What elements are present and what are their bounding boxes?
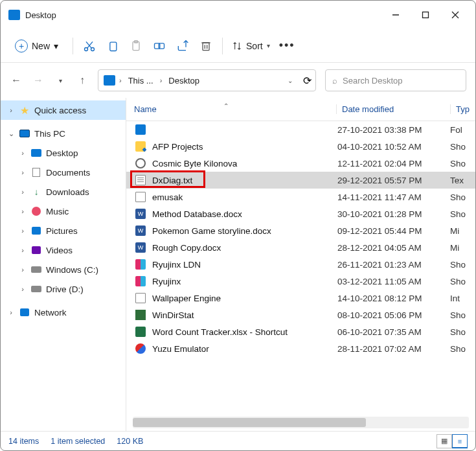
file-date: 06-10-2021 07:35 AM	[336, 327, 450, 337]
sort-asc-icon: ⌃	[223, 102, 229, 110]
file-row[interactable]: WRough Copy.docx28-12-2021 04:05 AMMi	[126, 239, 475, 256]
sidebar-drive-d[interactable]: › Drive (D:)	[1, 279, 126, 299]
close-button[interactable]	[440, 5, 470, 25]
sidebar-music[interactable]: › Music	[1, 202, 126, 221]
chevron-right-icon: ›	[19, 266, 27, 273]
desktop-icon	[30, 148, 42, 158]
recent-button[interactable]: ▾	[54, 74, 67, 87]
file-name: AFP Projects	[152, 142, 336, 152]
sidebar-item-label: Videos	[46, 246, 73, 255]
new-button[interactable]: + New ▾	[10, 37, 63, 55]
more-button[interactable]: •••	[279, 39, 295, 52]
chevron-right-icon: ›	[160, 76, 163, 84]
sidebar-item-label: This PC	[34, 129, 65, 139]
file-row[interactable]: WinDirStat08-10-2021 05:06 PMSho	[126, 306, 475, 323]
file-name: Ryujinx LDN	[152, 260, 336, 270]
svg-line-6	[87, 41, 93, 48]
file-row[interactable]: Ryujinx03-12-2021 11:05 AMSho	[126, 273, 475, 290]
file-row[interactable]: WPokemon Game storyline.docx09-12-2021 0…	[126, 222, 475, 239]
svg-line-7	[86, 41, 91, 48]
copy-button[interactable]	[106, 39, 120, 53]
back-button[interactable]: ←	[10, 74, 23, 87]
file-row[interactable]: Wallpaper Engine14-10-2021 08:12 PMInt	[126, 290, 475, 306]
file-type: Sho	[450, 344, 473, 354]
file-name: Yuzu Emulator	[152, 344, 336, 354]
column-type[interactable]: Typ	[450, 104, 473, 114]
file-row[interactable]: emusak14-11-2021 11:47 AMSho	[126, 189, 475, 205]
view-large-button[interactable]: ▦	[436, 434, 452, 448]
address-bar[interactable]: › This ... › Desktop ⌄ ⟳	[98, 69, 316, 91]
sidebar-desktop[interactable]: › Desktop	[1, 143, 126, 163]
pictures-icon	[30, 226, 42, 236]
file-name: Ryujinx	[152, 277, 336, 286]
share-button[interactable]	[176, 39, 190, 53]
column-date[interactable]: Date modified	[336, 104, 450, 114]
file-type: Sho	[450, 192, 473, 202]
chevron-right-icon: ›	[19, 285, 27, 293]
file-type: Mi	[450, 243, 473, 253]
file-name: DxDiag.txt	[152, 176, 336, 185]
sidebar-downloads[interactable]: › ↓ Downloads	[1, 182, 126, 202]
file-list: 27-10-2021 03:38 PMFolAFP Projects04-10-…	[126, 121, 475, 417]
pc-icon	[19, 128, 30, 139]
file-date: 08-10-2021 05:06 PM	[336, 310, 450, 320]
crumb-leaf[interactable]: Desktop	[166, 75, 202, 87]
rename-button[interactable]	[152, 39, 166, 53]
file-row[interactable]: Word Count Tracker.xlsx - Shortcut06-10-…	[126, 323, 475, 340]
file-row[interactable]: Ryujinx LDN26-11-2021 01:23 AMSho	[126, 256, 475, 273]
file-icon	[134, 174, 147, 186]
cut-button[interactable]	[82, 39, 96, 53]
chevron-right-icon: ›	[7, 106, 15, 114]
file-row[interactable]: WMethod Database.docx30-10-2021 01:28 PM…	[126, 205, 475, 222]
sidebar-item-label: Music	[46, 207, 69, 216]
file-row[interactable]: DxDiag.txt29-12-2021 05:57 PMTex	[126, 172, 475, 189]
forward-button[interactable]: →	[32, 74, 45, 87]
file-date: 29-12-2021 05:57 PM	[336, 176, 450, 185]
search-box[interactable]: ⌕ Search Desktop	[325, 69, 466, 91]
paste-button[interactable]	[129, 39, 143, 53]
sidebar-this-pc[interactable]: ⌄ This PC	[1, 124, 126, 143]
chevron-down-icon[interactable]: ⌄	[288, 77, 293, 84]
sidebar-drive-c[interactable]: › Windows (C:)	[1, 260, 126, 279]
chevron-right-icon: ›	[19, 207, 27, 215]
file-icon	[134, 326, 147, 338]
file-date: 14-10-2021 08:12 PM	[336, 294, 450, 303]
file-row[interactable]: 27-10-2021 03:38 PMFol	[126, 121, 475, 138]
file-name: WinDirStat	[152, 310, 336, 320]
file-row[interactable]: Yuzu Emulator28-11-2021 07:02 AMSho	[126, 340, 475, 357]
file-date: 04-10-2021 10:52 AM	[336, 142, 450, 152]
sidebar-network[interactable]: › Network	[1, 303, 126, 322]
file-icon	[134, 309, 147, 321]
sidebar-videos[interactable]: › Videos	[1, 240, 126, 260]
file-type: Tex	[450, 176, 473, 185]
view-details-button[interactable]: ≡	[452, 434, 468, 448]
refresh-button[interactable]: ⟳	[303, 75, 312, 87]
up-button[interactable]: ↑	[76, 74, 89, 87]
delete-button[interactable]	[199, 39, 213, 53]
sidebar-item-label: Pictures	[46, 226, 78, 236]
chevron-right-icon: ›	[19, 227, 27, 235]
sidebar-quick-access[interactable]: › ★ Quick access	[1, 100, 126, 120]
crumb-root[interactable]: This ...	[126, 75, 156, 87]
file-icon	[134, 191, 147, 203]
file-date: 30-10-2021 01:28 PM	[336, 209, 450, 219]
scroll-thumb[interactable]	[133, 418, 366, 427]
sidebar-pictures[interactable]: › Pictures	[1, 221, 126, 240]
sidebar-item-label: Network	[34, 308, 67, 318]
file-row[interactable]: Cosmic Byte Kilonova12-11-2021 02:04 PMS…	[126, 155, 475, 172]
file-name: Word Count Tracker.xlsx - Shortcut	[152, 327, 336, 337]
sidebar-item-label: Quick access	[34, 106, 86, 115]
maximize-button[interactable]	[411, 5, 440, 25]
file-icon: W	[134, 242, 147, 253]
file-date: 28-12-2021 04:05 AM	[336, 243, 450, 253]
file-row[interactable]: AFP Projects04-10-2021 10:52 AMSho	[126, 138, 475, 155]
file-name: emusak	[152, 192, 336, 202]
sidebar-documents[interactable]: › Documents	[1, 163, 126, 182]
sort-button[interactable]: Sort ▾	[232, 41, 270, 51]
file-name: Pokemon Game storyline.docx	[152, 226, 336, 236]
column-name[interactable]: Name ⌃	[126, 104, 336, 114]
horizontal-scrollbar[interactable]	[133, 417, 469, 428]
chevron-right-icon: ›	[119, 76, 122, 84]
separator	[73, 38, 73, 54]
minimize-button[interactable]	[381, 5, 411, 25]
